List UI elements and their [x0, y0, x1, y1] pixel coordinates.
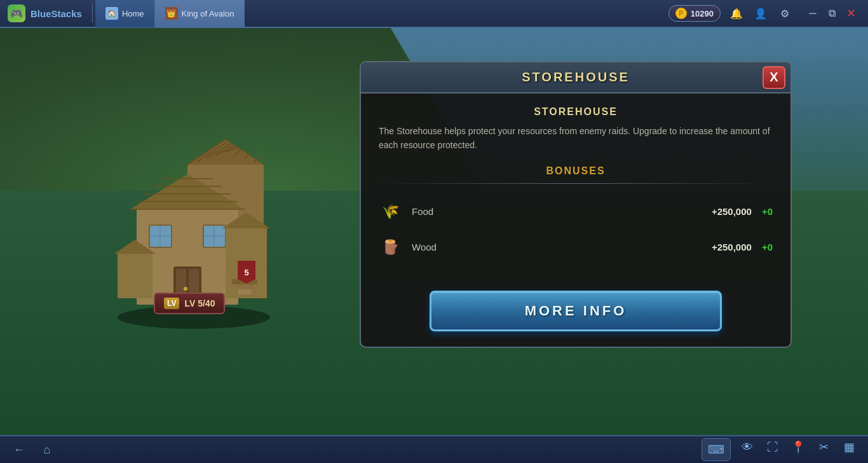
restore-button[interactable]: ⧉ [825, 6, 839, 20]
level-badge: LV LV 5/40 [154, 293, 225, 314]
resize-icon[interactable]: ⛶ [764, 438, 782, 456]
tab-divider [92, 4, 93, 23]
settings-button[interactable]: ⚙ [776, 5, 793, 22]
keyboard-icon[interactable]: ⌨ [707, 441, 725, 459]
keyboard-group: ⌨ [702, 438, 731, 461]
scissors-icon[interactable]: ✂ [815, 438, 832, 456]
home-tab[interactable]: 🏠 Home [95, 0, 155, 27]
home-icon: 🏠 [105, 7, 118, 20]
bonus-row-wood: 🪵 Wood +250,000 +0 [379, 230, 773, 265]
panel-close-button[interactable]: X [763, 66, 785, 89]
eye-icon[interactable]: 👁 [738, 438, 756, 456]
coins-value: 10290 [691, 9, 714, 18]
minimize-button[interactable]: ─ [806, 6, 820, 20]
close-button[interactable]: ✕ [844, 6, 858, 20]
profile-button[interactable]: 👤 [752, 5, 769, 22]
wood-plus: +0 [762, 242, 773, 252]
bonuses-label: BONUSES [379, 165, 773, 177]
game-area: 5 LV LV 5/40 STOREHOUSE X STOREHOUSE The… [0, 28, 868, 435]
game-tab[interactable]: 👑 King of Avalon [155, 0, 245, 27]
coin-icon: P [675, 8, 687, 19]
bluestacks-logo: 🎮 [8, 4, 25, 22]
wood-icon: 🪵 [379, 236, 402, 259]
topbar-right: P 10290 🔔 👤 ⚙ ─ ⧉ ✕ [668, 5, 868, 22]
brand-label: BlueStacks [31, 8, 82, 19]
home-tab-label: Home [122, 9, 144, 18]
notification-button[interactable]: 🔔 [728, 5, 745, 22]
panel-main-title: STOREHOUSE [522, 70, 630, 84]
window-controls: ─ ⧉ ✕ [806, 6, 858, 20]
bottom-right-controls: ⌨ 👁 ⛶ 📍 ✂ ▦ [702, 438, 858, 461]
bottom-left-controls: ← ⌂ [10, 441, 56, 459]
panel-description: The Storehouse helps protect your resour… [379, 124, 773, 153]
wood-label: Wood [412, 242, 702, 252]
svg-rect-35 [118, 254, 153, 298]
game-tab-icon: 👑 [165, 7, 178, 20]
panel-divider [379, 183, 773, 184]
home-bottom-button[interactable]: ⌂ [38, 441, 56, 459]
more-info-button[interactable]: MORE INFO [430, 291, 722, 331]
svg-rect-33 [235, 284, 254, 289]
coins-badge: P 10290 [668, 5, 721, 22]
level-value: LV 5/40 [184, 298, 215, 308]
food-icon: 🌾 [379, 200, 402, 223]
logo-area: 🎮 BlueStacks [0, 4, 90, 22]
food-label: Food [412, 206, 702, 217]
topbar: 🎮 BlueStacks 🏠 Home 👑 King of Avalon P 1… [0, 0, 868, 28]
storehouse-panel: STOREHOUSE X STOREHOUSE The Storehouse h… [360, 61, 792, 348]
wood-value: +250,000 [712, 242, 752, 252]
location-icon[interactable]: 📍 [789, 438, 807, 456]
panel-body: STOREHOUSE The Storehouse helps protect … [361, 93, 790, 278]
layout-icon[interactable]: ▦ [840, 438, 858, 456]
bottom-bar: ← ⌂ ⌨ 👁 ⛶ 📍 ✂ ▦ [0, 435, 868, 463]
level-flag: 5 [238, 261, 255, 284]
svg-point-27 [184, 287, 187, 291]
panel-header: STOREHOUSE X [361, 62, 790, 93]
food-value: +250,000 [712, 206, 752, 217]
food-plus: +0 [762, 206, 773, 217]
lv-label: LV [164, 298, 179, 309]
back-button[interactable]: ← [10, 441, 28, 459]
bonus-row-food: 🌾 Food +250,000 +0 [379, 194, 773, 230]
svg-rect-34 [238, 289, 251, 294]
panel-subtitle: STOREHOUSE [379, 106, 773, 118]
game-tab-label: King of Avalon [182, 9, 234, 18]
